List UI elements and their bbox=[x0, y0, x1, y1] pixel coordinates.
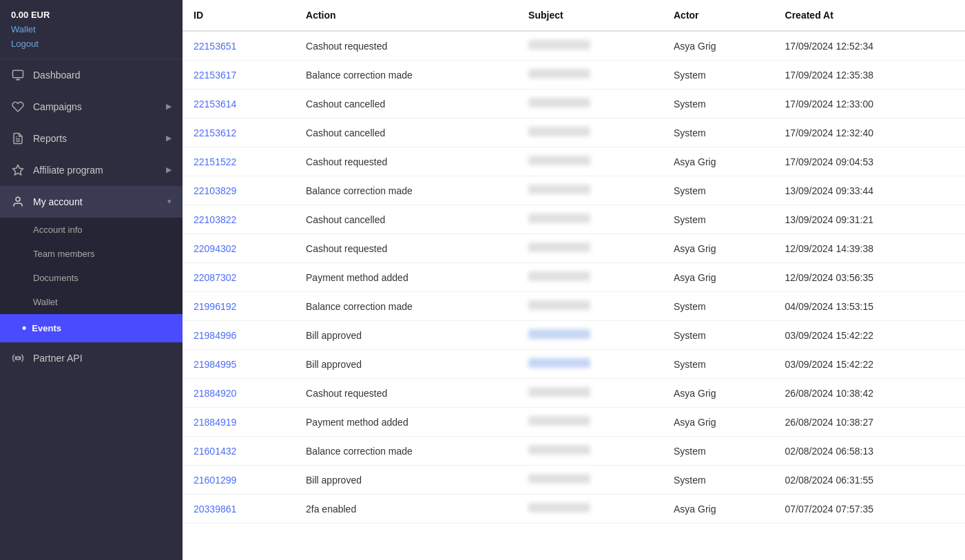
id-link[interactable]: 21884920 bbox=[194, 388, 236, 399]
cell-action: Balance correction made bbox=[295, 437, 517, 466]
sidebar-item-team-members[interactable]: Team members bbox=[0, 242, 183, 266]
cell-actor: Asya Grig bbox=[663, 408, 774, 437]
cell-id[interactable]: 21601299 bbox=[183, 466, 295, 495]
cell-action: Cashout requested bbox=[295, 31, 517, 61]
table-row: 22087302 Payment method added Asya Grig … bbox=[183, 263, 965, 292]
cell-id[interactable]: 21984996 bbox=[183, 321, 295, 350]
sidebar-user-links: Wallet Logout bbox=[11, 23, 172, 52]
cell-id[interactable]: 22087302 bbox=[183, 263, 295, 292]
cell-id[interactable]: 21984995 bbox=[183, 350, 295, 379]
nav-item-campaigns[interactable]: Campaigns ▶ bbox=[0, 91, 183, 123]
api-icon bbox=[11, 351, 25, 365]
nav-item-partner-api[interactable]: Partner API bbox=[0, 342, 183, 374]
logout-link[interactable]: Logout bbox=[11, 37, 172, 52]
cell-created-at: 02/08/2024 06:58:13 bbox=[774, 437, 965, 466]
cell-actor: System bbox=[663, 61, 774, 90]
table-row: 22153651 Cashout requested Asya Grig 17/… bbox=[183, 31, 965, 61]
sidebar-item-wallet[interactable]: Wallet bbox=[0, 290, 183, 314]
id-link[interactable]: 22087302 bbox=[194, 272, 236, 283]
cell-subject bbox=[517, 176, 663, 205]
events-table: ID Action Subject Actor Created At 22153… bbox=[183, 0, 965, 523]
id-link[interactable]: 21601432 bbox=[194, 446, 236, 457]
cell-action: Bill approved bbox=[295, 350, 517, 379]
nav-item-affiliate[interactable]: Affiliate program ▶ bbox=[0, 154, 183, 186]
main-content: ID Action Subject Actor Created At 22153… bbox=[183, 0, 965, 560]
cell-actor: Asya Grig bbox=[663, 31, 774, 61]
partner-api-label: Partner API bbox=[33, 353, 83, 364]
sidebar-item-documents[interactable]: Documents bbox=[0, 266, 183, 290]
table-row: 22153617 Balance correction made System … bbox=[183, 61, 965, 90]
cell-actor: Asya Grig bbox=[663, 147, 774, 176]
cell-id[interactable]: 22153617 bbox=[183, 61, 295, 90]
cell-actor: System bbox=[663, 176, 774, 205]
cell-subject bbox=[517, 205, 663, 234]
cell-subject bbox=[517, 379, 663, 408]
cell-subject bbox=[517, 90, 663, 118]
cell-subject bbox=[517, 31, 663, 61]
cell-subject bbox=[517, 147, 663, 176]
id-link[interactable]: 22153614 bbox=[194, 98, 236, 110]
cell-created-at: 17/09/2024 12:33:00 bbox=[774, 90, 965, 118]
cell-id[interactable]: 22103829 bbox=[183, 176, 295, 205]
cell-action: Bill approved bbox=[295, 321, 517, 350]
id-link[interactable]: 22153617 bbox=[194, 70, 236, 81]
cell-subject bbox=[517, 495, 663, 523]
wallet-link[interactable]: Wallet bbox=[11, 23, 172, 37]
my-account-subnav: Account info Team members Documents Wall… bbox=[0, 218, 183, 342]
cell-actor: System bbox=[663, 205, 774, 234]
sidebar-item-account-info[interactable]: Account info bbox=[0, 218, 183, 242]
cell-actor: Asya Grig bbox=[663, 495, 774, 523]
cell-created-at: 17/09/2024 12:32:40 bbox=[774, 118, 965, 147]
id-link[interactable]: 21996192 bbox=[194, 301, 236, 312]
table-row: 22103822 Cashout cancelled System 13/09/… bbox=[183, 205, 965, 234]
cell-created-at: 04/09/2024 13:53:15 bbox=[774, 292, 965, 321]
cell-id[interactable]: 22153612 bbox=[183, 118, 295, 147]
cell-subject bbox=[517, 234, 663, 263]
cell-id[interactable]: 22153651 bbox=[183, 31, 295, 61]
svg-marker-5 bbox=[13, 165, 23, 174]
reports-label: Reports bbox=[33, 133, 67, 144]
cell-id[interactable]: 22094302 bbox=[183, 234, 295, 263]
id-link[interactable]: 22153651 bbox=[194, 41, 236, 52]
id-link[interactable]: 21984995 bbox=[194, 359, 236, 370]
id-link[interactable]: 20339861 bbox=[194, 504, 236, 515]
nav-item-reports[interactable]: Reports ▶ bbox=[0, 123, 183, 154]
table-row: 21601432 Balance correction made System … bbox=[183, 437, 965, 466]
dashboard-label: Dashboard bbox=[33, 70, 81, 81]
cell-action: 2fa enabled bbox=[295, 495, 517, 523]
cell-id[interactable]: 21996192 bbox=[183, 292, 295, 321]
table-row: 22151522 Cashout requested Asya Grig 17/… bbox=[183, 147, 965, 176]
id-link[interactable]: 22103822 bbox=[194, 214, 236, 225]
cell-id[interactable]: 21884920 bbox=[183, 379, 295, 408]
cell-id[interactable]: 20339861 bbox=[183, 495, 295, 523]
cell-id[interactable]: 22103822 bbox=[183, 205, 295, 234]
sidebar-item-events[interactable]: Events bbox=[0, 314, 183, 342]
nav-item-my-account[interactable]: My account ▾ bbox=[0, 186, 183, 218]
id-link[interactable]: 22153612 bbox=[194, 127, 236, 138]
cell-action: Balance correction made bbox=[295, 292, 517, 321]
cell-subject bbox=[517, 437, 663, 466]
id-link[interactable]: 22094302 bbox=[194, 243, 236, 254]
id-link[interactable]: 22151522 bbox=[194, 156, 236, 167]
cell-subject bbox=[517, 408, 663, 437]
cell-id[interactable]: 22153614 bbox=[183, 90, 295, 118]
cell-action: Cashout requested bbox=[295, 147, 517, 176]
col-subject: Subject bbox=[517, 0, 663, 31]
id-link[interactable]: 21601299 bbox=[194, 475, 236, 486]
table-row: 22094302 Cashout requested Asya Grig 12/… bbox=[183, 234, 965, 263]
reports-arrow: ▶ bbox=[166, 134, 172, 143]
id-link[interactable]: 22103829 bbox=[194, 185, 236, 196]
cell-id[interactable]: 22151522 bbox=[183, 147, 295, 176]
cell-subject bbox=[517, 466, 663, 495]
cell-id[interactable]: 21884919 bbox=[183, 408, 295, 437]
cell-id[interactable]: 21601432 bbox=[183, 437, 295, 466]
monitor-icon bbox=[11, 68, 25, 82]
affiliate-arrow: ▶ bbox=[166, 165, 172, 174]
cell-action: Cashout requested bbox=[295, 234, 517, 263]
cell-actor: System bbox=[663, 466, 774, 495]
col-action: Action bbox=[295, 0, 517, 31]
cell-subject bbox=[517, 263, 663, 292]
id-link[interactable]: 21984996 bbox=[194, 330, 236, 341]
id-link[interactable]: 21884919 bbox=[194, 417, 236, 428]
nav-item-dashboard[interactable]: Dashboard bbox=[0, 59, 183, 91]
